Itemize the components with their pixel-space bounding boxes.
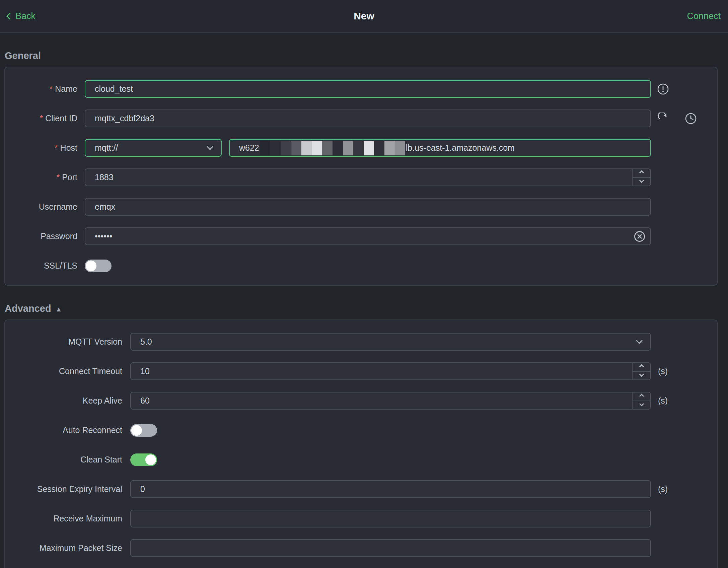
- page-title: New: [354, 10, 374, 22]
- circle-x-icon[interactable]: [634, 230, 646, 242]
- username-input[interactable]: [85, 198, 651, 216]
- form-row-username: Username: [10, 198, 717, 216]
- form-row-receive-maximum: Receive Maximum: [10, 510, 717, 527]
- form-row-max-packet-size: Maximum Packet Size: [10, 539, 717, 557]
- port-stepper: [85, 168, 651, 186]
- form-row-ssl: SSL/TLS: [10, 257, 717, 275]
- connect-timeout-stepper-controls: [632, 363, 650, 379]
- session-expiry-label: Session Expiry Interval: [10, 484, 122, 494]
- form-row-password: Password: [10, 227, 717, 245]
- advanced-heading-label: Advanced: [5, 303, 51, 314]
- connect-button[interactable]: Connect: [687, 11, 721, 21]
- connection-form: General *Name *Client ID: [0, 50, 728, 568]
- redacted-block: [364, 141, 374, 155]
- stepper-up-button[interactable]: [633, 393, 650, 401]
- host-redacted-mosaic: [260, 141, 405, 155]
- stepper-up-button[interactable]: [633, 169, 650, 177]
- general-panel: *Name *Client ID: [4, 67, 718, 286]
- port-stepper-controls: [632, 169, 650, 186]
- connect-timeout-stepper: [130, 362, 651, 380]
- redacted-block: [374, 141, 384, 155]
- redacted-block: [312, 141, 322, 155]
- form-row-clean-start: Clean Start: [10, 451, 717, 469]
- host-protocol-value: mqtt://: [95, 143, 118, 153]
- form-row-mqtt-version: MQTT Version 5.0: [10, 333, 717, 351]
- refresh-icon[interactable]: [657, 113, 669, 125]
- redacted-block: [291, 141, 301, 155]
- mqtt-version-select[interactable]: 5.0: [130, 333, 651, 351]
- ssl-toggle[interactable]: [85, 260, 112, 272]
- clean-start-label: Clean Start: [10, 455, 122, 465]
- keep-alive-input[interactable]: [130, 392, 651, 410]
- host-label: *Host: [10, 143, 77, 153]
- form-row-host: *Host mqtt:// w622 lb.us-east-1.amazonaw…: [10, 139, 717, 157]
- warning-circle-icon[interactable]: [657, 83, 669, 95]
- port-label: *Port: [10, 172, 77, 182]
- client-id-label: *Client ID: [10, 114, 77, 123]
- clock-icon[interactable]: [685, 113, 697, 125]
- keep-alive-label: Keep Alive: [10, 396, 122, 406]
- stepper-down-button[interactable]: [633, 371, 650, 380]
- form-row-auto-reconnect: Auto Reconnect: [10, 421, 717, 439]
- form-row-port: *Port: [10, 168, 717, 186]
- password-input[interactable]: [85, 227, 651, 245]
- name-label: *Name: [10, 84, 77, 94]
- receive-maximum-label: Receive Maximum: [10, 514, 122, 523]
- stepper-down-button[interactable]: [633, 401, 650, 409]
- session-expiry-unit: (s): [658, 484, 668, 494]
- form-row-client-id: *Client ID: [10, 110, 717, 127]
- mqtt-version-label: MQTT Version: [10, 337, 122, 347]
- max-packet-size-input[interactable]: [130, 539, 651, 557]
- chevron-left-icon: [6, 13, 13, 20]
- connect-timeout-input[interactable]: [130, 362, 651, 380]
- chevron-down-icon: [639, 372, 644, 377]
- chevron-down-icon: [639, 402, 644, 406]
- redacted-block: [260, 141, 270, 155]
- advanced-panel: MQTT Version 5.0 Connect Timeout (s) Kee…: [4, 320, 718, 568]
- general-section-heading: General: [5, 50, 718, 61]
- redacted-block: [384, 141, 395, 155]
- general-heading-label: General: [5, 50, 41, 61]
- form-row-name: *Name: [10, 80, 717, 98]
- chevron-down-icon: [207, 143, 213, 150]
- host-input[interactable]: w622 lb.us-east-1.amazonaws.com: [229, 139, 651, 157]
- chevron-down-icon: [636, 337, 643, 344]
- required-marker: *: [40, 114, 43, 123]
- port-input[interactable]: [85, 168, 651, 186]
- form-row-keep-alive: Keep Alive (s): [10, 392, 717, 410]
- password-field-wrap: [85, 227, 651, 245]
- redacted-block: [343, 141, 353, 155]
- chevron-up-icon: [639, 170, 644, 175]
- redacted-block: [353, 141, 364, 155]
- connect-timeout-label: Connect Timeout: [10, 366, 122, 376]
- stepper-up-button[interactable]: [633, 363, 650, 371]
- connect-timeout-unit: (s): [658, 366, 668, 376]
- keep-alive-stepper-controls: [632, 393, 650, 409]
- session-expiry-input[interactable]: [130, 480, 651, 498]
- keep-alive-stepper: [130, 392, 651, 410]
- max-packet-size-label: Maximum Packet Size: [10, 543, 122, 553]
- required-marker: *: [50, 84, 53, 93]
- stepper-down-button[interactable]: [633, 177, 650, 186]
- name-input[interactable]: [85, 80, 651, 98]
- chevron-down-icon: [639, 178, 644, 183]
- redacted-block: [281, 141, 291, 155]
- advanced-section-heading[interactable]: Advanced ▲: [5, 303, 718, 314]
- password-label: Password: [10, 231, 77, 241]
- back-button[interactable]: Back: [7, 11, 35, 21]
- chevron-up-icon: [639, 364, 644, 369]
- required-marker: *: [55, 143, 58, 152]
- mqtt-version-value: 5.0: [140, 337, 152, 347]
- back-label: Back: [15, 11, 35, 21]
- host-protocol-select[interactable]: mqtt://: [85, 139, 222, 157]
- auto-reconnect-toggle[interactable]: [130, 424, 157, 437]
- redacted-block: [322, 141, 333, 155]
- redacted-block: [333, 141, 343, 155]
- host-value-prefix: w622: [239, 143, 259, 153]
- receive-maximum-input[interactable]: [130, 510, 651, 527]
- redacted-block: [270, 141, 281, 155]
- redacted-block: [301, 141, 312, 155]
- form-row-session-expiry: Session Expiry Interval (s): [10, 480, 717, 498]
- client-id-input[interactable]: [85, 110, 651, 127]
- clean-start-toggle[interactable]: [130, 453, 157, 466]
